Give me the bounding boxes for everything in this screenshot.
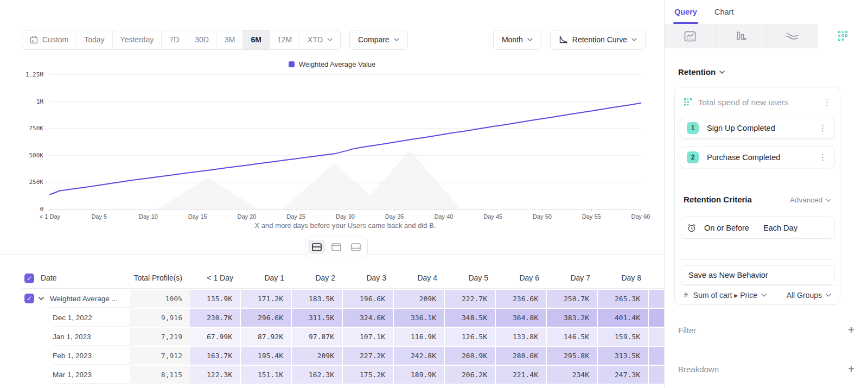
column-header-day[interactable]: Day 4 [394, 269, 445, 288]
column-header-day[interactable]: Day 2 [292, 269, 343, 288]
column-header-day[interactable]: Day 8 [598, 269, 649, 288]
retention-value-cell[interactable]: 107.1K [343, 328, 393, 346]
kebab-menu-icon[interactable]: ⋮ [816, 123, 829, 133]
column-header-day[interactable]: Day 7 [547, 269, 598, 288]
view-toggle-chart-only[interactable] [328, 240, 345, 254]
retention-value-cell[interactable]: 221.4K [496, 366, 546, 384]
retention-value-cell-clipped[interactable] [649, 366, 664, 384]
measure-dropdown[interactable]: Sum of cart ▸ Price [693, 291, 767, 300]
retention-value-cell[interactable]: 151.1K [241, 366, 291, 384]
range-button-yesterday[interactable]: Yesterday [113, 30, 162, 49]
row-checkbox[interactable]: ✓ [24, 294, 34, 303]
retention-value-cell[interactable]: 236.6K [496, 290, 546, 308]
retention-value-cell-clipped[interactable] [649, 328, 664, 346]
retention-value-cell[interactable]: 133.8K [496, 328, 546, 346]
behavior-step-1[interactable]: 1 Sign Up Completed ⋮ [680, 117, 835, 139]
range-button-custom[interactable]: Custom [22, 30, 76, 49]
retention-value-cell[interactable]: 87.92K [241, 328, 291, 346]
retention-value-cell-clipped[interactable] [649, 309, 664, 327]
retention-value-cell[interactable]: 280.6K [496, 347, 546, 365]
add-filter-button[interactable]: + [848, 325, 854, 335]
column-header-total[interactable]: Total Profile(s) [130, 269, 190, 288]
column-header-day[interactable]: Day 6 [496, 269, 547, 288]
retention-value-cell[interactable]: 159.5K [598, 328, 648, 346]
retention-value-cell[interactable]: 67.99K [190, 328, 240, 346]
kebab-menu-icon[interactable]: ⋮ [816, 152, 829, 162]
row-expand-chevron-icon[interactable] [39, 297, 44, 300]
retention-value-cell[interactable]: 230.7K [190, 309, 240, 327]
retention-section-header[interactable]: Retention [678, 67, 725, 77]
bar-chart-icon[interactable] [716, 24, 767, 48]
retention-value-cell[interactable]: 195.4K [241, 347, 291, 365]
retention-value-cell[interactable]: 242.8K [394, 347, 444, 365]
add-breakdown-button[interactable]: + [848, 364, 854, 374]
retention-value-cell[interactable]: 311.5K [292, 309, 342, 327]
retention-value-cell[interactable]: 247.3K [598, 366, 648, 384]
retention-value-cell[interactable]: 336.1K [394, 309, 444, 327]
retention-value-cell[interactable]: 97.87K [292, 328, 342, 346]
behavior-title[interactable]: Total spend of new users [698, 98, 815, 107]
retention-value-cell[interactable]: 163.7K [190, 347, 240, 365]
save-as-new-behavior-button[interactable]: Save as New Behavior [680, 265, 835, 285]
column-header-date[interactable]: Date [41, 269, 127, 288]
range-button-7d[interactable]: 7D [162, 30, 187, 49]
range-button-xtd[interactable]: XTD [300, 30, 340, 49]
retention-value-cell[interactable]: 162.3K [292, 366, 342, 384]
retention-value-cell[interactable]: 206.2K [445, 366, 495, 384]
column-header-day[interactable]: Day 5 [445, 269, 496, 288]
retention-value-cell-clipped[interactable] [649, 290, 664, 308]
behavior-step-2[interactable]: 2 Purchase Completed ⋮ [680, 146, 835, 168]
retention-value-cell[interactable]: 135.9K [190, 290, 240, 308]
granularity-button[interactable]: Month [493, 30, 541, 50]
retention-value-cell[interactable]: 175.2K [343, 366, 393, 384]
range-button-6m[interactable]: 6M [243, 30, 269, 49]
criteria-mode-dropdown[interactable]: Advanced [790, 196, 831, 204]
view-toggle-table-only[interactable] [347, 240, 365, 254]
retention-value-cell[interactable]: 401.4K [598, 309, 648, 327]
retention-line-chart[interactable]: 0250K500K750K1M1.25M< 1 DayDay 5Day 10Da… [0, 57, 664, 222]
column-header-day[interactable]: < 1 Day [190, 269, 241, 288]
criteria-row[interactable]: On or Before Each Day [680, 217, 835, 239]
retention-value-cell[interactable]: 189.9K [394, 366, 444, 384]
retention-value-cell[interactable]: 183.5K [292, 290, 342, 308]
tab-query[interactable]: Query [673, 0, 698, 24]
select-all-checkbox[interactable]: ✓ [24, 273, 34, 283]
view-toggle-split-view[interactable] [308, 240, 326, 254]
retention-value-cell[interactable]: 126.5K [445, 328, 495, 346]
retention-value-cell[interactable]: 171.2K [241, 290, 291, 308]
retention-value-cell[interactable]: 364.8K [496, 309, 546, 327]
column-header-day[interactable]: Day 3 [343, 269, 394, 288]
tab-chart[interactable]: Chart [713, 0, 735, 24]
criteria-unit[interactable]: Each Day [763, 224, 797, 232]
column-header-day[interactable]: Day 1 [241, 269, 292, 288]
range-button-3m[interactable]: 3M [217, 30, 243, 49]
kebab-menu-icon[interactable]: ⋮ [821, 97, 833, 107]
flow-icon[interactable] [767, 24, 818, 48]
compare-button[interactable]: Compare [349, 30, 408, 50]
retention-value-cell[interactable]: 227.2K [343, 347, 393, 365]
range-button-today[interactable]: Today [76, 30, 112, 49]
chart-type-button[interactable]: Retention Curve [550, 30, 646, 50]
retention-value-cell-clipped[interactable] [649, 347, 664, 365]
range-button-12m[interactable]: 12M [270, 30, 300, 49]
row-date-label[interactable]: Weighted Average ... [50, 290, 130, 308]
retention-value-cell[interactable]: 122.3K [190, 366, 240, 384]
insights-line-chart-icon[interactable] [665, 24, 716, 48]
retention-value-cell[interactable]: 116.9K [394, 328, 444, 346]
retention-value-cell[interactable]: 146.5K [547, 328, 597, 346]
retention-value-cell[interactable]: 222.7K [445, 290, 495, 308]
retention-value-cell[interactable]: 313.5K [598, 347, 648, 365]
range-button-30d[interactable]: 30D [187, 30, 217, 49]
retention-value-cell[interactable]: 348.5K [445, 309, 495, 327]
retention-value-cell[interactable]: 209K [394, 290, 444, 308]
retention-grid-icon[interactable] [818, 24, 868, 48]
retention-value-cell[interactable]: 234K [547, 366, 597, 384]
retention-value-cell[interactable]: 250.7K [547, 290, 597, 308]
retention-value-cell[interactable]: 324.6K [343, 309, 393, 327]
retention-value-cell[interactable]: 260.9K [445, 347, 495, 365]
retention-value-cell[interactable]: 296.6K [241, 309, 291, 327]
groups-dropdown[interactable]: All Groups [787, 291, 831, 300]
retention-value-cell[interactable]: 209K [292, 347, 342, 365]
criteria-condition[interactable]: On or Before [704, 224, 749, 232]
retention-value-cell[interactable]: 295.8K [547, 347, 597, 365]
